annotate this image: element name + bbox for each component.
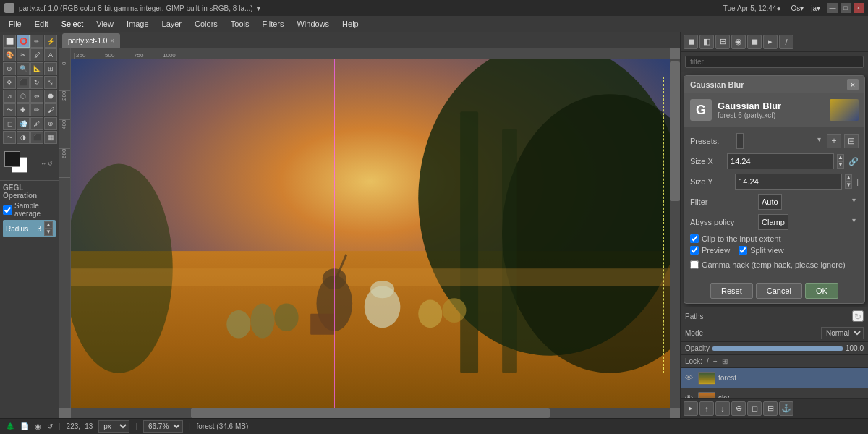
tool-eraser[interactable]: ◻ [3, 117, 16, 130]
status-icon-2[interactable]: 📄 [20, 422, 29, 430]
lang-menu[interactable]: ja▾ [811, 4, 820, 12]
unit-select[interactable]: px mm in [98, 420, 129, 433]
menu-edit[interactable]: Edit [29, 18, 54, 30]
menu-windows[interactable]: Windows [291, 18, 335, 30]
tool-warp[interactable]: 〜 [3, 103, 16, 116]
status-icon-4[interactable]: ↺ [47, 422, 53, 430]
tool-move[interactable]: ✥ [3, 76, 16, 89]
layer-new[interactable]: ⊕ [731, 401, 746, 416]
menu-tools[interactable]: Tools [225, 18, 255, 30]
preset-add-button[interactable]: + [827, 134, 841, 148]
dialog-close-button[interactable]: × [847, 79, 859, 90]
panel-icon-6[interactable]: ▸ [763, 35, 778, 49]
panel-icon-2[interactable]: ◧ [699, 35, 714, 49]
tool-align[interactable]: ⊞ [44, 62, 57, 75]
size-y-up[interactable]: ▲ [845, 174, 852, 182]
menu-image[interactable]: Image [121, 18, 155, 30]
tool-paintbrush[interactable]: 🖌 [44, 103, 57, 116]
menu-help[interactable]: Help [336, 18, 365, 30]
panel-icon-1[interactable]: ◼ [684, 35, 698, 49]
lock-alpha-button[interactable]: ⊞ [722, 357, 728, 365]
gamma-checkbox[interactable] [690, 260, 699, 269]
status-icon-3[interactable]: ◉ [35, 422, 41, 430]
mode-select[interactable]: Normal [821, 327, 864, 339]
layer-delete[interactable]: ⊟ [763, 401, 778, 416]
scrollbar-v-thumb[interactable] [670, 61, 680, 201]
tool-scissors[interactable]: ✂ [17, 48, 30, 61]
split-checkbox[interactable] [739, 246, 747, 255]
tool-flip[interactable]: ⇔ [30, 90, 43, 103]
opacity-bar[interactable] [712, 346, 843, 351]
filter-input[interactable] [685, 56, 864, 68]
tool-blend[interactable]: ▦ [44, 131, 57, 144]
tool-heal[interactable]: ✚ [17, 103, 30, 116]
close-button[interactable]: × [854, 3, 864, 13]
tool-ellipse-select[interactable]: ⭕ [17, 35, 30, 48]
cancel-button[interactable]: Cancel [756, 283, 802, 299]
tool-clone[interactable]: ⊕ [44, 117, 57, 130]
panel-icon-5[interactable]: ◼ [747, 35, 762, 49]
tool-airbrush[interactable]: 💨 [17, 117, 30, 130]
layer-copy[interactable]: ◻ [747, 401, 762, 416]
layer-item-sky[interactable]: 👁 sky [681, 388, 868, 398]
scrollbar-vertical[interactable] [670, 59, 680, 408]
size-x-down[interactable]: ▼ [837, 161, 844, 169]
tool-measure[interactable]: 📐 [30, 62, 43, 75]
status-icon-1[interactable]: 🌲 [6, 422, 14, 430]
size-y-down[interactable]: ▼ [845, 182, 852, 189]
maximize-button[interactable]: □ [841, 3, 851, 13]
layer-new-from-visible[interactable]: ▸ [684, 401, 698, 416]
tool-fuzzy-select[interactable]: ⚡ [44, 35, 57, 48]
filter-select[interactable]: Auto [758, 194, 782, 210]
layer-move-down[interactable]: ↓ [715, 401, 730, 416]
lock-position-button[interactable]: + [713, 357, 718, 365]
canvas-viewport[interactable] [71, 59, 670, 408]
scrollbar-h-thumb[interactable] [191, 408, 550, 418]
abyss-select[interactable]: Clamp [758, 214, 788, 230]
canvas-tab-close[interactable]: × [110, 37, 114, 45]
tool-color-select[interactable]: 🎨 [3, 48, 16, 61]
tool-rect-select[interactable]: ⬜ [3, 35, 16, 48]
scrollbar-horizontal[interactable] [71, 408, 670, 418]
layer-move-up[interactable]: ↑ [699, 401, 714, 416]
paths-refresh-button[interactable]: ↻ [852, 310, 864, 322]
size-x-input[interactable] [727, 153, 834, 169]
os-menu[interactable]: Os▾ [791, 4, 804, 12]
tool-cage[interactable]: ⬣ [44, 90, 57, 103]
tool-paths[interactable]: 🖊 [30, 48, 43, 61]
presets-select[interactable] [736, 133, 744, 149]
clip-checkbox[interactable] [690, 234, 699, 243]
menu-layer[interactable]: Layer [156, 18, 188, 30]
size-y-input[interactable] [735, 174, 842, 190]
layer-item-forest[interactable]: 👁 forest [681, 368, 868, 388]
reset-button[interactable]: Reset [710, 283, 753, 299]
radius-increment[interactable]: ▲ [44, 221, 53, 229]
tool-dodge[interactable]: ◑ [17, 131, 30, 144]
ok-button[interactable]: OK [805, 283, 838, 299]
tool-ink[interactable]: 🖋 [30, 117, 43, 130]
tool-text[interactable]: A [44, 48, 57, 61]
layer-anchor[interactable]: ⚓ [779, 401, 793, 416]
tool-free-select[interactable]: ✏ [30, 35, 43, 48]
tool-zoom[interactable]: 🔍 [17, 62, 30, 75]
canvas-tab-party[interactable]: party.xcf-1.0 × [62, 33, 120, 48]
tool-perspective[interactable]: ⬡ [17, 90, 30, 103]
zoom-select[interactable]: 66.7% 50% 100% [143, 420, 183, 433]
tool-pencil[interactable]: ✏ [30, 103, 43, 116]
menu-colors[interactable]: Colors [189, 18, 224, 30]
preview-checkbox[interactable] [690, 246, 699, 255]
minimize-button[interactable]: — [827, 3, 838, 13]
menu-filters[interactable]: Filters [257, 18, 290, 30]
preset-remove-button[interactable]: ⊟ [844, 134, 859, 148]
tool-shear[interactable]: ⊿ [3, 90, 16, 103]
tool-bucket[interactable]: ⬛ [30, 131, 43, 144]
tool-crop[interactable]: ⬛ [17, 76, 30, 89]
panel-icon-slash[interactable]: / [779, 35, 793, 49]
tool-scale[interactable]: ⤡ [44, 76, 57, 89]
layer-visibility-forest[interactable]: 👁 [685, 373, 695, 383]
foreground-color[interactable] [4, 151, 20, 167]
panel-icon-3[interactable]: ⊞ [715, 35, 730, 49]
panel-icon-4[interactable]: ◉ [731, 35, 746, 49]
tool-color-picker[interactable]: ⊕ [3, 62, 16, 75]
menu-view[interactable]: View [90, 18, 119, 30]
